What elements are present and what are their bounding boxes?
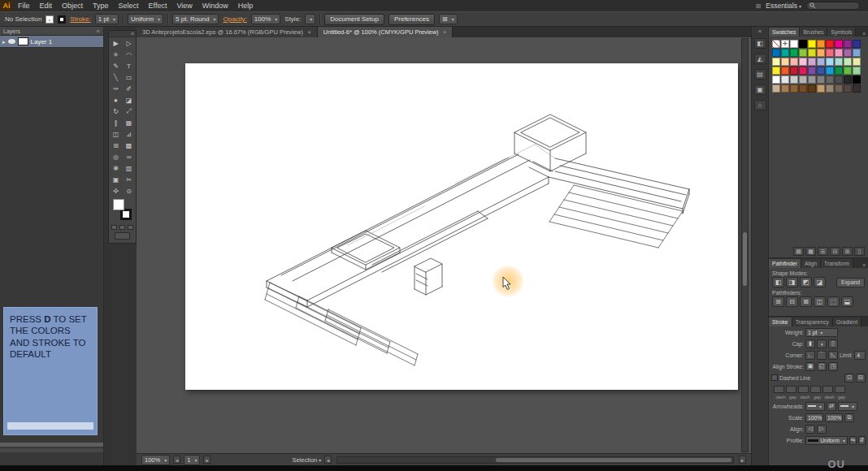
menu-help[interactable]: Help bbox=[233, 0, 258, 11]
swatch[interactable] bbox=[826, 84, 834, 93]
swatch[interactable] bbox=[844, 76, 852, 84]
minus-back-icon[interactable]: ⬓ bbox=[841, 296, 853, 307]
magic-wand-tool[interactable]: ✳ bbox=[110, 49, 123, 60]
outline-icon[interactable]: ⬚ bbox=[827, 296, 840, 307]
menu-file[interactable]: File bbox=[13, 0, 35, 11]
collapse-panel-icon[interactable] bbox=[97, 28, 100, 35]
dashed-line-checkbox[interactable] bbox=[771, 374, 778, 381]
swatch[interactable] bbox=[799, 67, 807, 75]
selection-tool[interactable]: ▶ bbox=[110, 37, 123, 49]
menu-select[interactable]: Select bbox=[114, 0, 144, 11]
stroke-align-center-icon[interactable]: ▣ bbox=[805, 362, 815, 371]
appearance-panel-icon[interactable]: ▤ bbox=[754, 69, 766, 80]
gradient-tool[interactable]: ▩ bbox=[123, 140, 136, 151]
stroke-swatch[interactable] bbox=[58, 15, 66, 24]
canvas-pasteboard[interactable] bbox=[137, 37, 751, 453]
opacity-select[interactable]: 100% bbox=[251, 14, 280, 24]
layer-row[interactable]: Layer 1 bbox=[0, 36, 103, 48]
eraser-tool[interactable]: ◪ bbox=[123, 94, 136, 106]
width-profile-select[interactable]: Uniform bbox=[805, 436, 848, 445]
app-logo-icon[interactable]: Ai bbox=[0, 0, 13, 11]
pen-tool[interactable]: ✎ bbox=[110, 60, 123, 71]
stroke-weight-stepper[interactable]: 1 pt bbox=[805, 328, 838, 337]
menu-type[interactable]: Type bbox=[88, 0, 114, 11]
expand-dock-icon[interactable] bbox=[752, 27, 768, 35]
scroll-left-icon[interactable] bbox=[324, 456, 332, 464]
menu-effect[interactable]: Effect bbox=[144, 0, 172, 11]
intersect-icon[interactable]: ◩ bbox=[800, 277, 812, 287]
vertical-scrollbar-thumb[interactable] bbox=[743, 232, 747, 286]
link-scale-icon[interactable]: ⧉ bbox=[844, 413, 854, 422]
scroll-right-icon[interactable] bbox=[739, 456, 746, 464]
fill-color-well[interactable] bbox=[113, 199, 124, 210]
swatch[interactable] bbox=[826, 58, 834, 66]
gap-field[interactable] bbox=[810, 386, 821, 393]
type-tool[interactable]: T bbox=[123, 60, 136, 71]
swatch[interactable] bbox=[790, 76, 798, 84]
stroke-align-inside-icon[interactable]: ◱ bbox=[817, 362, 827, 371]
swatch[interactable] bbox=[790, 49, 798, 57]
disclosure-icon[interactable] bbox=[2, 38, 6, 45]
swatch[interactable] bbox=[853, 67, 861, 75]
width-tool[interactable]: ∥ bbox=[110, 117, 123, 128]
eyedropper-tool[interactable]: ◎ bbox=[110, 151, 123, 162]
swatch[interactable] bbox=[781, 58, 789, 66]
swatch[interactable] bbox=[781, 67, 789, 75]
butt-cap-icon[interactable]: ▮ bbox=[805, 339, 815, 348]
dash-field[interactable] bbox=[798, 386, 809, 393]
gap-field[interactable] bbox=[786, 386, 796, 393]
expand-button[interactable]: Expand bbox=[836, 278, 865, 287]
tab-align[interactable]: Align bbox=[801, 259, 821, 268]
swatch[interactable] bbox=[844, 67, 852, 75]
free-transform-tool[interactable]: ▦ bbox=[123, 117, 136, 128]
next-artboard-icon[interactable] bbox=[203, 456, 210, 464]
swatch[interactable] bbox=[772, 58, 780, 66]
new-swatch-icon[interactable]: ⊞ bbox=[842, 247, 853, 256]
swatch[interactable] bbox=[835, 58, 843, 66]
swatch[interactable] bbox=[790, 58, 798, 66]
libraries-panel-icon[interactable]: ⌂ bbox=[754, 100, 766, 110]
perspective-grid-tool[interactable]: ⊿ bbox=[123, 128, 136, 140]
round-cap-icon[interactable]: ◖ bbox=[817, 339, 827, 348]
swatch[interactable] bbox=[772, 67, 780, 75]
arrow-end-align-icon[interactable]: ▷ bbox=[817, 425, 827, 434]
trim-icon[interactable]: ⊟ bbox=[786, 296, 798, 307]
hand-tool[interactable]: ✣ bbox=[110, 185, 123, 197]
arrowhead-scale-end-field[interactable]: 100% bbox=[825, 413, 843, 422]
swatch[interactable] bbox=[790, 67, 798, 75]
dash-field[interactable] bbox=[774, 386, 784, 393]
swatch[interactable] bbox=[853, 58, 861, 66]
artboard[interactable] bbox=[185, 63, 738, 390]
symbol-sprayer-tool[interactable]: ❋ bbox=[110, 162, 123, 174]
divide-icon[interactable]: ⊞ bbox=[772, 296, 784, 307]
swatch[interactable] bbox=[790, 40, 798, 48]
tab-close-icon[interactable] bbox=[443, 28, 447, 36]
tab-brushes[interactable]: Brushes bbox=[800, 28, 827, 37]
visibility-eye-icon[interactable] bbox=[8, 39, 15, 44]
swatch[interactable] bbox=[799, 49, 807, 57]
swatch[interactable] bbox=[790, 84, 798, 93]
line-segment-tool[interactable]: ╲ bbox=[110, 71, 123, 83]
paintbrush-tool[interactable]: ✑ bbox=[110, 83, 123, 94]
stroke-weight-select[interactable]: 1 pt bbox=[95, 14, 119, 24]
swatch[interactable] bbox=[808, 76, 816, 84]
tab-pathfinder[interactable]: Pathfinder bbox=[769, 259, 801, 268]
tab-symbols[interactable]: Symbols bbox=[827, 28, 856, 37]
swatch[interactable] bbox=[844, 58, 852, 66]
workspace-switcher[interactable]: Essentials bbox=[766, 2, 801, 10]
tab-swatches[interactable]: Swatches bbox=[769, 28, 800, 37]
arrowhead-end-select[interactable] bbox=[838, 402, 857, 411]
swatch[interactable] bbox=[808, 84, 816, 93]
swatch[interactable] bbox=[835, 76, 843, 84]
tools-panel-collapse[interactable] bbox=[109, 31, 136, 37]
registration-swatch[interactable]: ✛ bbox=[781, 40, 789, 48]
prev-artboard-icon[interactable] bbox=[173, 456, 180, 464]
arrowhead-scale-start-field[interactable]: 100% bbox=[805, 413, 823, 422]
draw-inside-icon[interactable] bbox=[128, 225, 133, 230]
isometric-building-drawing[interactable] bbox=[185, 63, 738, 390]
color-panel-icon[interactable]: ◧ bbox=[754, 38, 766, 49]
horizontal-scrollbar-thumb[interactable] bbox=[496, 458, 731, 462]
swatch-kinds-icon[interactable]: ▦ bbox=[805, 247, 816, 256]
unite-icon[interactable]: ◧ bbox=[772, 277, 784, 287]
gap-field[interactable] bbox=[835, 386, 845, 393]
